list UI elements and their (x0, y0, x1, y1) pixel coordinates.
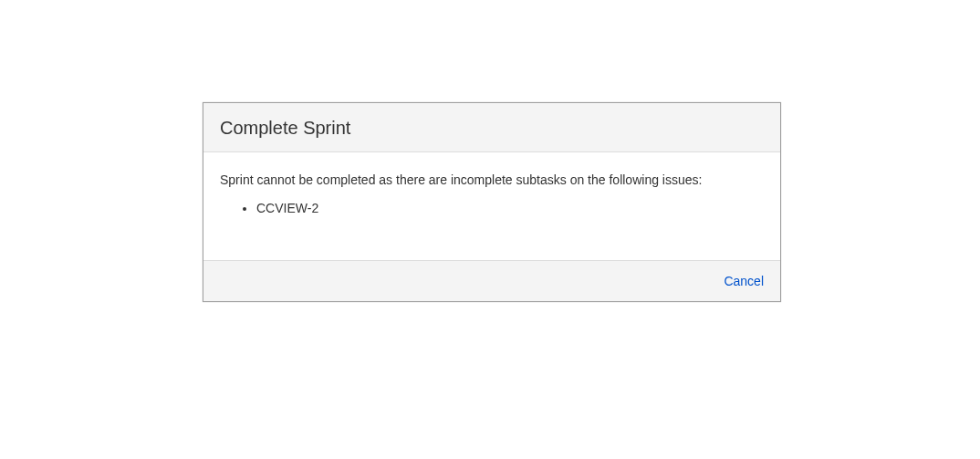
dialog-message: Sprint cannot be completed as there are … (220, 171, 764, 190)
dialog-header: Complete Sprint (203, 103, 780, 152)
cancel-button[interactable]: Cancel (724, 274, 764, 288)
dialog-title: Complete Sprint (220, 118, 764, 139)
complete-sprint-dialog: Complete Sprint Sprint cannot be complet… (203, 102, 781, 302)
dialog-body: Sprint cannot be completed as there are … (203, 152, 780, 260)
dialog-footer: Cancel (203, 260, 780, 301)
issue-list: CCVIEW-2 (220, 197, 764, 220)
list-item: CCVIEW-2 (256, 197, 764, 220)
